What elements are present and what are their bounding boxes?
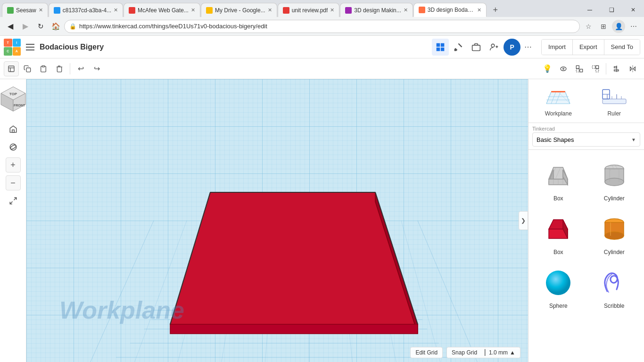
canvas-area[interactable]: Workplane ❯ Edit Grid Snap Grid ▕ 1.0 mm… — [26, 79, 528, 362]
tab-favicon-2 — [54, 7, 60, 14]
shape-cylinder-orange-label: Cylinder — [604, 249, 625, 255]
fit-btn[interactable] — [6, 193, 21, 208]
tab-seesaw[interactable]: Seesaw ✕ — [2, 3, 48, 17]
forward-btn[interactable]: ▶ — [19, 20, 32, 33]
main-content: TOP FRONT + − — [0, 79, 644, 362]
redo-btn[interactable]: ↪ — [89, 61, 104, 76]
svg-rect-70 — [603, 99, 626, 104]
shapes-grid: Box — [532, 154, 640, 311]
svg-point-103 — [605, 232, 624, 239]
tab-close-2[interactable]: ✕ — [114, 7, 118, 13]
tab-close-drive[interactable]: ✕ — [268, 7, 272, 13]
shape-cylinder-orange[interactable]: Cylinder — [588, 207, 641, 257]
scribble-icon — [595, 263, 633, 301]
delete-btn[interactable] — [52, 61, 67, 76]
shape-box-red[interactable]: Box — [532, 207, 585, 257]
tab-close-tinkercad[interactable]: ✕ — [477, 7, 481, 13]
zoom-out-btn[interactable]: − — [6, 175, 21, 190]
profile-avatar[interactable]: P — [504, 39, 520, 56]
tab-close-mcafee[interactable]: ✕ — [191, 7, 195, 13]
tab-mcafee[interactable]: McAfee Web Gate... ✕ — [124, 3, 200, 17]
category-section: Tinkercad Basic Shapes ▼ — [528, 123, 644, 150]
tab-close-pdf[interactable]: ✕ — [330, 7, 334, 13]
account-btn[interactable]: 👤 — [612, 20, 625, 33]
orbit-btn[interactable] — [6, 140, 21, 155]
ruler-icon — [600, 85, 628, 108]
send-to-tab[interactable]: Send To — [604, 40, 640, 55]
edit-grid-btn[interactable]: Edit Grid — [410, 347, 443, 358]
svg-rect-30 — [12, 130, 14, 132]
light-btn[interactable]: 💡 — [540, 61, 555, 76]
shape-box-gray[interactable]: Box — [532, 154, 585, 204]
undo-btn[interactable]: ↩ — [73, 61, 88, 76]
tab-label-2: c81337cd-a3ba-4... — [63, 7, 111, 14]
sphere-blue-icon — [539, 263, 577, 301]
home-nav-btn[interactable]: 🏠 — [49, 20, 62, 33]
group-btn[interactable] — [572, 61, 587, 76]
new-tab-btn[interactable]: + — [488, 3, 503, 17]
bookmark-btn[interactable]: ☆ — [582, 20, 595, 33]
right-panel-top: Workplane Ruler — [528, 79, 644, 123]
copy-icon — [24, 65, 31, 73]
app-header: T I C A Bodacious Bigery — [0, 36, 644, 58]
toolbar-sep-1 — [70, 63, 70, 74]
tab-close-seesaw[interactable]: ✕ — [39, 7, 43, 13]
ungroup-btn[interactable] — [588, 61, 603, 76]
url-bar[interactable]: 🔒 https://www.tinkercad.com/things/leeD1… — [64, 20, 580, 33]
more-app-btn[interactable]: ⋯ — [521, 41, 535, 54]
copy-btn[interactable] — [20, 61, 35, 76]
shape-sphere-blue[interactable]: Sphere — [532, 261, 585, 311]
cylinder-gray-icon — [595, 156, 633, 193]
address-bar: ◀ ▶ ↻ 🏠 🔒 https://www.tinkercad.com/thin… — [0, 17, 644, 36]
export-tab[interactable]: Export — [573, 40, 604, 55]
briefcase-icon — [471, 42, 481, 52]
portfolio-btn[interactable] — [468, 39, 485, 56]
win-minimize-btn[interactable]: ─ — [579, 3, 601, 17]
more-chrome-btn[interactable]: ⋯ — [627, 20, 640, 33]
tab-tinkercad[interactable]: 3D design Bodaci... ✕ — [413, 3, 487, 17]
tab-2[interactable]: c81337cd-a3ba-4... ✕ — [49, 3, 123, 17]
collapse-panel-btn[interactable]: ❯ — [519, 211, 528, 230]
new-design-btn[interactable] — [4, 61, 19, 76]
align-btn[interactable] — [609, 61, 624, 76]
win-maximize-btn[interactable]: ❑ — [601, 3, 622, 17]
snap-grid-control[interactable]: Snap Grid ▕ 1.0 mm ▲ — [446, 347, 520, 358]
shape-cylinder-gray[interactable]: Cylinder — [588, 154, 641, 204]
shape-scribble[interactable]: Scribble — [588, 261, 641, 311]
tab-drive[interactable]: My Drive - Google... ✕ — [201, 3, 277, 17]
svg-rect-17 — [576, 69, 579, 72]
tab-bar: Seesaw ✕ c81337cd-a3ba-4... ✕ McAfee Web… — [0, 0, 644, 17]
home-view-btn[interactable] — [6, 122, 21, 137]
ruler-card[interactable]: Ruler — [588, 83, 641, 119]
tinkercad-logo[interactable]: T I C A — [4, 39, 21, 56]
collections-btn[interactable]: ⊞ — [597, 20, 610, 33]
workplane-card[interactable]: Workplane — [532, 83, 585, 119]
url-text: https://www.tinkercad.com/things/leeD1Us… — [79, 23, 267, 30]
tinker-btn[interactable] — [450, 39, 467, 56]
3d-box-object[interactable] — [26, 79, 528, 362]
hide-btn[interactable] — [556, 61, 571, 76]
win-close-btn[interactable]: ✕ — [622, 3, 644, 17]
view-cube[interactable]: TOP FRONT — [0, 83, 30, 117]
svg-point-92 — [605, 178, 624, 186]
gallery-btn[interactable] — [432, 39, 449, 56]
svg-marker-57 — [170, 324, 418, 334]
import-tab[interactable]: Import — [542, 40, 573, 55]
category-select[interactable]: Basic Shapes ▼ — [532, 132, 640, 147]
left-panel: TOP FRONT + − — [0, 79, 26, 362]
box-gray-icon — [539, 156, 577, 193]
gallery-icon — [436, 42, 445, 52]
reload-btn[interactable]: ↻ — [34, 20, 47, 33]
zoom-in-btn[interactable]: + — [6, 157, 21, 173]
tab-3ddesign1[interactable]: 3D design Makin... ✕ — [340, 3, 413, 17]
paste-btn[interactable] — [36, 61, 51, 76]
tab-favicon-tinkercad — [419, 7, 425, 13]
tab-pdf[interactable]: unit review.pdf ✕ — [278, 3, 340, 17]
tab-close-3ddesign1[interactable]: ✕ — [404, 7, 408, 13]
back-btn[interactable]: ◀ — [4, 20, 17, 33]
add-user-btn[interactable] — [486, 39, 503, 56]
hamburger-btn[interactable] — [24, 41, 37, 54]
eye-icon — [560, 65, 567, 73]
mirror-btn[interactable] — [625, 61, 640, 76]
svg-rect-22 — [614, 66, 617, 68]
